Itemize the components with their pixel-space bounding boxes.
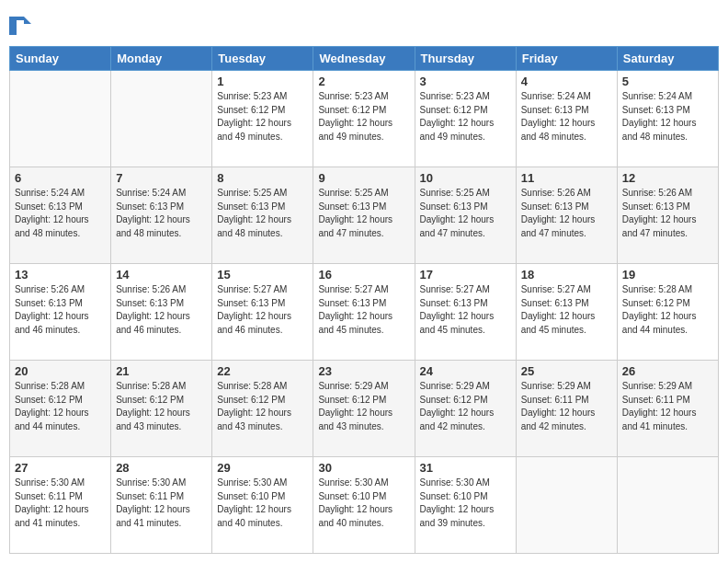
- calendar-week-5: 27Sunrise: 5:30 AM Sunset: 6:11 PM Dayli…: [10, 457, 719, 554]
- day-header-tuesday: Tuesday: [212, 47, 313, 71]
- cell-content: Sunrise: 5:27 AM Sunset: 6:13 PM Dayligh…: [420, 283, 511, 337]
- day-number: 12: [622, 171, 713, 185]
- calendar-week-4: 20Sunrise: 5:28 AM Sunset: 6:12 PM Dayli…: [10, 361, 719, 457]
- page: SundayMondayTuesdayWednesdayThursdayFrid…: [0, 0, 728, 563]
- calendar-cell: [617, 457, 718, 554]
- day-number: 10: [420, 171, 511, 185]
- calendar-cell: 20Sunrise: 5:28 AM Sunset: 6:12 PM Dayli…: [10, 361, 111, 457]
- calendar-cell: 28Sunrise: 5:30 AM Sunset: 6:11 PM Dayli…: [111, 457, 212, 554]
- cell-content: Sunrise: 5:25 AM Sunset: 6:13 PM Dayligh…: [318, 187, 409, 240]
- cell-content: Sunrise: 5:26 AM Sunset: 6:13 PM Dayligh…: [116, 283, 207, 337]
- cell-content: Sunrise: 5:23 AM Sunset: 6:12 PM Dayligh…: [318, 90, 409, 144]
- cell-content: Sunrise: 5:28 AM Sunset: 6:12 PM Dayligh…: [217, 380, 308, 433]
- cell-content: Sunrise: 5:30 AM Sunset: 6:11 PM Dayligh…: [116, 477, 207, 530]
- calendar-cell: 1Sunrise: 5:23 AM Sunset: 6:12 PM Daylig…: [212, 71, 313, 167]
- day-number: 20: [15, 364, 106, 378]
- day-number: 18: [521, 268, 612, 282]
- cell-content: Sunrise: 5:27 AM Sunset: 6:13 PM Dayligh…: [521, 283, 612, 337]
- header-row: SundayMondayTuesdayWednesdayThursdayFrid…: [10, 47, 719, 71]
- day-number: 22: [217, 364, 308, 378]
- cell-content: Sunrise: 5:29 AM Sunset: 6:12 PM Dayligh…: [318, 380, 409, 433]
- day-number: 21: [116, 364, 207, 378]
- cell-content: Sunrise: 5:30 AM Sunset: 6:11 PM Dayligh…: [15, 477, 106, 530]
- calendar-cell: [10, 71, 111, 167]
- cell-content: Sunrise: 5:30 AM Sunset: 6:10 PM Dayligh…: [318, 477, 409, 530]
- calendar-cell: 12Sunrise: 5:26 AM Sunset: 6:13 PM Dayli…: [617, 167, 718, 264]
- day-number: 4: [521, 75, 612, 88]
- calendar-week-1: 1Sunrise: 5:23 AM Sunset: 6:12 PM Daylig…: [10, 71, 719, 167]
- day-header-thursday: Thursday: [415, 47, 516, 71]
- calendar-cell: 24Sunrise: 5:29 AM Sunset: 6:12 PM Dayli…: [415, 361, 516, 457]
- calendar-cell: 31Sunrise: 5:30 AM Sunset: 6:10 PM Dayli…: [415, 457, 516, 554]
- calendar-cell: 15Sunrise: 5:27 AM Sunset: 6:13 PM Dayli…: [212, 264, 313, 361]
- calendar-cell: 10Sunrise: 5:25 AM Sunset: 6:13 PM Dayli…: [415, 167, 516, 264]
- day-number: 31: [420, 461, 511, 475]
- day-number: 7: [116, 171, 207, 185]
- calendar-cell: 25Sunrise: 5:29 AM Sunset: 6:11 PM Dayli…: [516, 361, 617, 457]
- calendar-cell: 16Sunrise: 5:27 AM Sunset: 6:13 PM Dayli…: [313, 264, 415, 361]
- logo-icon: [9, 13, 31, 39]
- day-number: 11: [521, 171, 612, 185]
- calendar-cell: 3Sunrise: 5:23 AM Sunset: 6:12 PM Daylig…: [415, 71, 516, 167]
- day-number: 9: [318, 171, 409, 185]
- calendar-cell: 6Sunrise: 5:24 AM Sunset: 6:13 PM Daylig…: [10, 167, 111, 264]
- calendar-cell: 8Sunrise: 5:25 AM Sunset: 6:13 PM Daylig…: [212, 167, 313, 264]
- header: [9, 9, 719, 39]
- day-header-monday: Monday: [111, 47, 212, 71]
- day-number: 3: [420, 75, 511, 88]
- cell-content: Sunrise: 5:29 AM Sunset: 6:11 PM Dayligh…: [521, 380, 612, 433]
- day-number: 5: [622, 75, 713, 88]
- day-number: 25: [521, 364, 612, 378]
- calendar-table: SundayMondayTuesdayWednesdayThursdayFrid…: [9, 46, 719, 554]
- cell-content: Sunrise: 5:25 AM Sunset: 6:13 PM Dayligh…: [217, 187, 308, 240]
- calendar-cell: 2Sunrise: 5:23 AM Sunset: 6:12 PM Daylig…: [313, 71, 415, 167]
- cell-content: Sunrise: 5:29 AM Sunset: 6:11 PM Dayligh…: [622, 380, 713, 433]
- cell-content: Sunrise: 5:26 AM Sunset: 6:13 PM Dayligh…: [622, 187, 713, 240]
- cell-content: Sunrise: 5:23 AM Sunset: 6:12 PM Dayligh…: [217, 90, 308, 144]
- day-number: 17: [420, 268, 511, 282]
- calendar-cell: 5Sunrise: 5:24 AM Sunset: 6:13 PM Daylig…: [617, 71, 718, 167]
- calendar-header: SundayMondayTuesdayWednesdayThursdayFrid…: [10, 47, 719, 71]
- calendar-cell: 18Sunrise: 5:27 AM Sunset: 6:13 PM Dayli…: [516, 264, 617, 361]
- day-header-friday: Friday: [516, 47, 617, 71]
- day-number: 14: [116, 268, 207, 282]
- day-number: 1: [217, 75, 308, 88]
- svg-marker-1: [24, 17, 31, 24]
- day-number: 19: [622, 268, 713, 282]
- day-number: 24: [420, 364, 511, 378]
- svg-marker-0: [9, 17, 24, 35]
- cell-content: Sunrise: 5:27 AM Sunset: 6:13 PM Dayligh…: [217, 283, 308, 337]
- cell-content: Sunrise: 5:30 AM Sunset: 6:10 PM Dayligh…: [420, 477, 511, 530]
- calendar-week-2: 6Sunrise: 5:24 AM Sunset: 6:13 PM Daylig…: [10, 167, 719, 264]
- calendar-cell: 27Sunrise: 5:30 AM Sunset: 6:11 PM Dayli…: [10, 457, 111, 554]
- day-header-wednesday: Wednesday: [313, 47, 415, 71]
- calendar-cell: 29Sunrise: 5:30 AM Sunset: 6:10 PM Dayli…: [212, 457, 313, 554]
- calendar-cell: [516, 457, 617, 554]
- cell-content: Sunrise: 5:24 AM Sunset: 6:13 PM Dayligh…: [15, 187, 106, 240]
- day-number: 8: [217, 171, 308, 185]
- calendar-cell: 4Sunrise: 5:24 AM Sunset: 6:13 PM Daylig…: [516, 71, 617, 167]
- day-number: 15: [217, 268, 308, 282]
- day-number: 30: [318, 461, 409, 475]
- day-number: 6: [15, 171, 106, 185]
- calendar-cell: 21Sunrise: 5:28 AM Sunset: 6:12 PM Dayli…: [111, 361, 212, 457]
- calendar-cell: [111, 71, 212, 167]
- cell-content: Sunrise: 5:25 AM Sunset: 6:13 PM Dayligh…: [420, 187, 511, 240]
- cell-content: Sunrise: 5:26 AM Sunset: 6:13 PM Dayligh…: [15, 283, 106, 337]
- cell-content: Sunrise: 5:28 AM Sunset: 6:12 PM Dayligh…: [116, 380, 207, 433]
- calendar-cell: 9Sunrise: 5:25 AM Sunset: 6:13 PM Daylig…: [313, 167, 415, 264]
- day-number: 27: [15, 461, 106, 475]
- day-number: 13: [15, 268, 106, 282]
- calendar-cell: 26Sunrise: 5:29 AM Sunset: 6:11 PM Dayli…: [617, 361, 718, 457]
- day-header-sunday: Sunday: [10, 47, 111, 71]
- cell-content: Sunrise: 5:26 AM Sunset: 6:13 PM Dayligh…: [521, 187, 612, 240]
- calendar-body: 1Sunrise: 5:23 AM Sunset: 6:12 PM Daylig…: [10, 71, 719, 554]
- calendar-cell: 7Sunrise: 5:24 AM Sunset: 6:13 PM Daylig…: [111, 167, 212, 264]
- cell-content: Sunrise: 5:28 AM Sunset: 6:12 PM Dayligh…: [15, 380, 106, 433]
- calendar-cell: 13Sunrise: 5:26 AM Sunset: 6:13 PM Dayli…: [10, 264, 111, 361]
- calendar-cell: 17Sunrise: 5:27 AM Sunset: 6:13 PM Dayli…: [415, 264, 516, 361]
- cell-content: Sunrise: 5:24 AM Sunset: 6:13 PM Dayligh…: [521, 90, 612, 144]
- calendar-cell: 22Sunrise: 5:28 AM Sunset: 6:12 PM Dayli…: [212, 361, 313, 457]
- cell-content: Sunrise: 5:29 AM Sunset: 6:12 PM Dayligh…: [420, 380, 511, 433]
- day-number: 23: [318, 364, 409, 378]
